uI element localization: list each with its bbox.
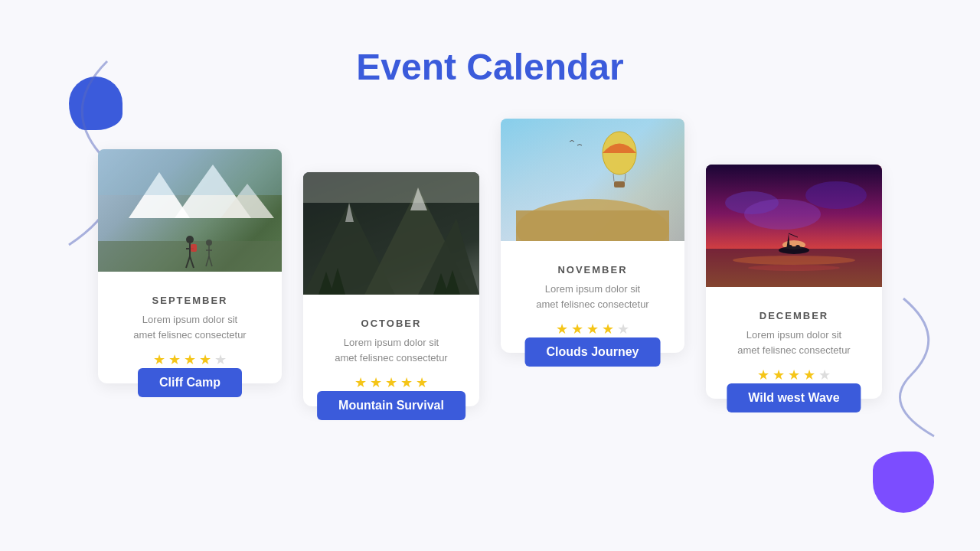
svg-rect-3 bbox=[98, 149, 282, 195]
svg-rect-10 bbox=[191, 244, 197, 252]
star-2: ★ bbox=[168, 351, 181, 368]
star-4: ★ bbox=[199, 351, 211, 368]
wild-west-wave-badge: Wild west Wave bbox=[727, 383, 861, 412]
card-mountain-image bbox=[303, 172, 479, 295]
cards-container: Cliff Camp SEPTEMBER Lorem ipsum dolor s… bbox=[0, 119, 980, 414]
star-4: ★ bbox=[803, 367, 815, 383]
card-clouds-journey: Clouds Journey NOVEMBER Lorem ipsum dolo… bbox=[501, 119, 684, 353]
card-clouds-image bbox=[501, 119, 684, 241]
star-1: ★ bbox=[556, 321, 568, 337]
card-wild-west-wave: Wild west Wave DECEMBER Lorem ipsum dolo… bbox=[706, 165, 882, 399]
decorative-blob-bottom-right bbox=[873, 452, 934, 513]
star-1: ★ bbox=[153, 351, 165, 368]
cliff-camp-month: SEPTEMBER bbox=[113, 295, 266, 306]
cliff-camp-body: SEPTEMBER Lorem ipsum dolor sit amet fel… bbox=[98, 272, 282, 383]
star-2: ★ bbox=[773, 367, 785, 383]
card-cliff-camp: Cliff Camp SEPTEMBER Lorem ipsum dolor s… bbox=[98, 149, 282, 383]
mountain-survival-body: OCTOBER Lorem ipsum dolor sit amet felis… bbox=[303, 295, 479, 406]
mountain-survival-month: OCTOBER bbox=[318, 318, 464, 329]
star-4: ★ bbox=[602, 321, 614, 337]
svg-point-42 bbox=[805, 181, 867, 209]
clouds-journey-desc: Lorem ipsum dolor sit amet felisnec cons… bbox=[516, 282, 669, 311]
page-header: Event Calendar bbox=[0, 0, 980, 88]
svg-point-11 bbox=[206, 240, 212, 246]
star-5: ★ bbox=[214, 351, 227, 368]
clouds-journey-badge: Clouds Journey bbox=[525, 337, 661, 367]
cliff-camp-desc: Lorem ipsum dolor sit amet felisnec cons… bbox=[113, 312, 266, 342]
star-3: ★ bbox=[788, 367, 800, 383]
card-mountain-survival: Mountain Survival OCTOBER Lorem ipsum do… bbox=[303, 172, 479, 406]
star-2: ★ bbox=[571, 321, 583, 337]
star-3: ★ bbox=[586, 321, 599, 337]
star-3: ★ bbox=[184, 351, 196, 368]
clouds-journey-body: NOVEMBER Lorem ipsum dolor sit amet feli… bbox=[501, 241, 684, 353]
cliff-camp-stars: ★ ★ ★ ★ ★ bbox=[113, 351, 266, 368]
star-3: ★ bbox=[385, 374, 397, 391]
wild-west-wave-desc: Lorem ipsum dolor sit amet felisnec cons… bbox=[721, 328, 867, 357]
wild-west-wave-body: DECEMBER Lorem ipsum dolor sit amet feli… bbox=[706, 287, 882, 399]
star-2: ★ bbox=[370, 374, 382, 391]
svg-rect-35 bbox=[614, 181, 625, 187]
wild-west-wave-stars: ★ ★ ★ ★ ★ bbox=[721, 367, 867, 383]
svg-point-43 bbox=[744, 199, 821, 230]
star-5: ★ bbox=[416, 374, 428, 391]
star-5: ★ bbox=[617, 321, 629, 337]
mountain-survival-desc: Lorem ipsum dolor sit amet felisnec cons… bbox=[318, 335, 464, 365]
card-cliff-image bbox=[98, 149, 282, 272]
cliff-camp-badge: Cliff Camp bbox=[138, 368, 242, 397]
svg-point-44 bbox=[779, 246, 809, 254]
mountain-survival-stars: ★ ★ ★ ★ ★ bbox=[318, 374, 464, 391]
star-4: ★ bbox=[400, 374, 413, 391]
svg-rect-30 bbox=[516, 210, 669, 241]
svg-point-38 bbox=[733, 256, 855, 265]
star-1: ★ bbox=[354, 374, 367, 391]
svg-point-39 bbox=[748, 265, 840, 271]
svg-point-48 bbox=[795, 245, 800, 249]
clouds-journey-stars: ★ ★ ★ ★ ★ bbox=[516, 321, 669, 337]
svg-point-5 bbox=[186, 236, 194, 243]
star-5: ★ bbox=[818, 367, 831, 383]
card-sunset-image bbox=[706, 165, 882, 287]
wild-west-wave-month: DECEMBER bbox=[721, 310, 867, 321]
svg-rect-23 bbox=[303, 172, 479, 203]
star-1: ★ bbox=[757, 367, 769, 383]
mountain-survival-badge: Mountain Survival bbox=[317, 391, 466, 420]
page-title: Event Calendar bbox=[0, 46, 980, 88]
clouds-journey-month: NOVEMBER bbox=[516, 264, 669, 276]
svg-point-47 bbox=[788, 245, 792, 249]
